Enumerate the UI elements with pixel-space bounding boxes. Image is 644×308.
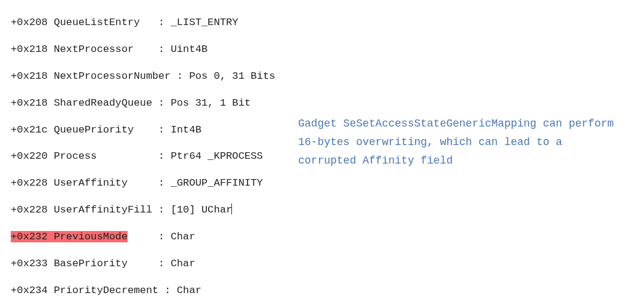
field-type: Char <box>171 258 195 269</box>
field-pad <box>159 285 165 296</box>
text-caret <box>231 204 232 214</box>
field-type: Ptr64 _KPROCESS <box>171 150 263 162</box>
struct-field-row: +0x218 SharedReadyQueue : Pos 31, 1 Bit <box>11 97 644 110</box>
field-pad <box>152 204 158 215</box>
field-name: QueuePriority <box>54 124 134 135</box>
field-pad <box>140 17 159 28</box>
field-pad <box>171 70 177 82</box>
field-name: PreviousMode <box>54 231 128 242</box>
field-pad <box>134 44 158 55</box>
field-offset: +0x234 <box>11 285 48 296</box>
field-offset: +0x208 <box>11 17 48 28</box>
struct-field-row: +0x228 UserAffinity : _GROUP_AFFINITY <box>11 177 644 190</box>
field-offset: +0x218 <box>11 44 48 55</box>
struct-field-row: +0x234 PriorityDecrement : Char <box>11 284 644 297</box>
struct-field-row: +0x218 NextProcessor : Uint4B <box>11 43 644 56</box>
field-name: SharedReadyQueue <box>54 97 152 109</box>
field-offset: +0x21c <box>11 124 48 135</box>
field-name: QueueListEntry <box>54 17 140 28</box>
highlight-red: +0x232 PreviousMode <box>11 231 128 242</box>
field-type: Pos 31, 1 Bit <box>171 97 250 109</box>
struct-field-row: +0x233 BasePriority : Char <box>11 257 644 270</box>
field-name: UserAffinity <box>54 177 128 189</box>
field-offset: +0x233 <box>11 258 48 269</box>
field-pad <box>97 150 158 162</box>
field-name: NextProcessorNumber <box>54 70 171 82</box>
field-type: Uint4B <box>171 44 208 55</box>
field-pad <box>128 258 159 269</box>
field-type: _LIST_ENTRY <box>171 17 238 28</box>
struct-field-row: +0x208 QueueListEntry : _LIST_ENTRY <box>11 16 644 29</box>
field-type: _GROUP_AFFINITY <box>171 177 263 189</box>
struct-field-row-highlighted: +0x232 PreviousMode : Char <box>11 230 644 244</box>
field-offset: +0x228 <box>11 204 48 215</box>
field-name: PriorityDecrement <box>54 285 158 296</box>
struct-field-row: +0x218 NextProcessorNumber : Pos 0, 31 B… <box>11 70 644 83</box>
field-name: UserAffinityFill <box>54 204 152 215</box>
field-pad <box>128 231 159 242</box>
struct-field-row: +0x228 UserAffinityFill : [10] UChar <box>11 204 644 217</box>
field-offset: +0x218 <box>11 70 48 82</box>
field-offset: +0x218 <box>11 97 48 109</box>
field-pad <box>152 97 158 109</box>
field-pad <box>134 124 158 135</box>
annotation-text: Gadget SeSetAccessStateGenericMapping ca… <box>298 115 620 170</box>
field-type: Char <box>171 231 195 242</box>
field-type: Pos 0, 31 Bits <box>189 70 275 82</box>
field-name: NextProcessor <box>54 44 134 55</box>
field-offset: +0x228 <box>11 177 48 189</box>
field-type: [10] UChar <box>171 204 232 215</box>
field-type: Char <box>177 285 202 296</box>
field-offset: +0x232 <box>11 231 48 242</box>
field-name: Process <box>54 150 97 162</box>
field-pad <box>128 177 159 189</box>
field-name: BasePriority <box>54 258 128 269</box>
field-offset: +0x220 <box>11 150 48 162</box>
field-type: Int4B <box>171 124 202 135</box>
